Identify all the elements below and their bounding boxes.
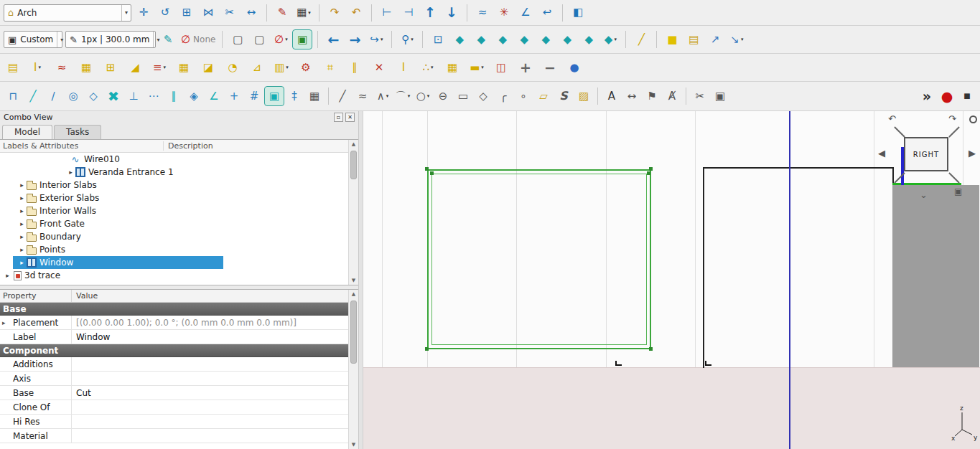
remove-component-icon[interactable]: − — [541, 58, 559, 77]
label-icon[interactable]: ⚑ — [643, 87, 661, 105]
property-value[interactable]: Cut — [72, 386, 358, 400]
expand-arrow-icon[interactable]: ▸ — [17, 194, 27, 202]
view-top-icon[interactable]: ◆ — [493, 30, 512, 49]
shapestring-icon[interactable]: S — [554, 87, 573, 105]
point-icon[interactable]: ∘ — [514, 87, 533, 105]
navigate-linked-object-icon[interactable]: ↪▾ — [367, 30, 386, 49]
panel-icon[interactable]: ▥▾ — [272, 58, 291, 77]
box-element-selection-icon[interactable]: ▢ — [228, 30, 247, 49]
sketch-vertex[interactable] — [430, 171, 434, 175]
array-icon[interactable]: ▦▾ — [294, 4, 313, 22]
float-panel-button[interactable]: ▫ — [334, 113, 343, 122]
stairs-icon[interactable]: ⊿ — [248, 58, 266, 77]
grid-tool-icon[interactable]: ▦ — [174, 58, 193, 77]
draft-edit-icon[interactable]: ✎ — [273, 4, 291, 22]
cut-plane-icon[interactable]: ◫ — [492, 58, 510, 77]
tree-item-front-gate[interactable]: ▸Front Gate — [0, 217, 358, 230]
snap-grid-icon[interactable]: # — [245, 87, 263, 105]
equipment-icon[interactable]: ⚙ — [297, 58, 315, 77]
snap-ortho-icon[interactable]: + — [225, 87, 243, 105]
nav-home-icon[interactable] — [969, 115, 977, 123]
structure-icon[interactable]: I▾ — [28, 58, 47, 77]
tree-item-points[interactable]: ▸Points — [0, 243, 358, 256]
expand-arrow-icon[interactable]: ▸ — [3, 272, 12, 279]
nav-forward-icon[interactable]: → — [345, 30, 364, 49]
part-icon[interactable]: ■ — [663, 30, 681, 49]
draft-style-selector[interactable]: ▣ Custom ▾ — [4, 31, 62, 48]
navigation-cube[interactable]: RIGHT ↶ ↷ ◀ ▶ ⌄ ▣ — [878, 114, 979, 202]
link-selection-icon[interactable]: ▣ — [293, 30, 312, 49]
link-actions-icon[interactable]: ↘▾ — [727, 30, 746, 49]
view-axonometric-icon[interactable]: ◆▾ — [601, 30, 620, 49]
property-value[interactable]: Window — [72, 330, 358, 344]
slope-icon[interactable]: ∠ — [516, 4, 535, 22]
property-value[interactable] — [72, 415, 358, 428]
rotate-icon[interactable]: ↺ — [156, 4, 174, 22]
window-tool-icon[interactable]: ⊞ — [101, 58, 120, 77]
view-left-icon[interactable]: ◆ — [579, 30, 598, 49]
expand-arrow-icon[interactable]: ▸ — [17, 207, 27, 214]
tree-item-boundary[interactable]: ▸Boundary — [0, 230, 358, 243]
view-bottom-icon[interactable]: ◆ — [558, 30, 577, 49]
pipe-icon[interactable]: ▬▾ — [467, 58, 486, 77]
material-icon[interactable]: ∴▾ — [419, 58, 437, 77]
fit-all-icon[interactable]: ⊡ — [429, 30, 447, 49]
shape-2d-view-icon[interactable]: ◧ — [569, 4, 587, 22]
expand-arrow-icon[interactable]: ▸ — [17, 220, 27, 227]
section-plane-icon[interactable]: ◪ — [199, 58, 218, 77]
tree-item-exterior-slabs[interactable]: ▸Exterior Slabs — [0, 192, 358, 204]
close-panel-button[interactable]: ✕ — [345, 113, 355, 122]
polyline-icon[interactable]: ∧▾ — [373, 87, 392, 105]
polygon-icon[interactable]: ◇ — [474, 87, 493, 105]
toolbar-overflow-button[interactable]: » — [918, 87, 936, 105]
upgrade-icon[interactable]: ↑ — [421, 4, 439, 22]
sketch-vertex[interactable] — [649, 347, 653, 351]
snap-near-icon[interactable]: ∠ — [205, 87, 223, 105]
property-value[interactable] — [72, 357, 358, 371]
wall-edge-vertical[interactable] — [703, 167, 704, 368]
expand-arrow-icon[interactable]: ▸ — [2, 319, 6, 326]
snap-endpoint-icon[interactable]: ╱ — [24, 87, 42, 105]
workbench-selector[interactable]: ⌂ Arch ▾ — [4, 4, 131, 22]
tree-item-window[interactable]: ▸Window — [0, 256, 358, 269]
view-right-icon[interactable]: ◆ — [515, 30, 533, 49]
selection-filter-icon[interactable]: ∅▾ — [271, 30, 290, 49]
tree-item-interior-walls[interactable]: ▸Interior Walls — [0, 204, 358, 217]
bspline-icon[interactable]: ≈ — [353, 87, 372, 105]
draft-to-sketch-icon[interactable]: ↷ — [325, 4, 344, 22]
hatch-icon[interactable]: ▨ — [574, 87, 593, 105]
fence-icon[interactable]: ∥ — [345, 58, 364, 77]
flip-dimension-icon[interactable]: ↩ — [538, 4, 556, 22]
working-plane-axis-line[interactable] — [789, 111, 790, 449]
truss-icon[interactable]: ✕ — [370, 58, 388, 77]
view-front-icon[interactable]: ◆ — [472, 30, 490, 49]
split-icon[interactable]: ⊣ — [399, 4, 418, 22]
snap-working-plane-icon[interactable]: ▣ — [265, 87, 284, 105]
downgrade-icon[interactable]: ↓ — [442, 4, 461, 22]
line-width-selector[interactable]: ✎ 1px | 300.0 mm ▾ — [65, 31, 156, 48]
cut-clipboard-icon[interactable]: ✂ — [691, 87, 709, 105]
sketch-vertex[interactable] — [425, 347, 429, 351]
survey-icon[interactable]: ● — [565, 58, 584, 77]
snap-dimensions-icon[interactable]: ‡ — [285, 87, 304, 105]
measure-icon[interactable]: ╱ — [632, 30, 650, 49]
scrollbar-thumb[interactable] — [350, 151, 357, 179]
snap-lock-icon[interactable]: ⊓ — [4, 87, 22, 105]
circle-icon[interactable]: ○▾ — [414, 87, 432, 105]
draft-tray-pen-icon[interactable]: ✎ — [159, 30, 177, 49]
group-icon[interactable]: ▤ — [684, 30, 703, 49]
line-icon[interactable]: ╱ — [333, 87, 352, 105]
property-value[interactable] — [72, 429, 358, 443]
scroll-down-arrow-icon[interactable]: ▼ — [349, 276, 358, 285]
snap-toggle-icon[interactable]: ✖ — [104, 87, 123, 105]
wall-face[interactable] — [892, 185, 979, 367]
trimex-icon[interactable]: ✂ — [220, 4, 239, 22]
offset-icon[interactable]: ⊞ — [177, 4, 196, 22]
macro-record-icon[interactable]: ● — [938, 87, 956, 105]
window-sketch-inner-outline[interactable] — [431, 174, 647, 345]
stretch-icon[interactable]: ↔ — [242, 4, 261, 22]
rotate-counterclockwise-icon[interactable]: ↶ — [888, 114, 896, 123]
property-value[interactable] — [72, 372, 358, 385]
mirror-icon[interactable]: ⋈ — [199, 4, 218, 22]
rectangle-icon[interactable]: ▭ — [454, 87, 472, 105]
